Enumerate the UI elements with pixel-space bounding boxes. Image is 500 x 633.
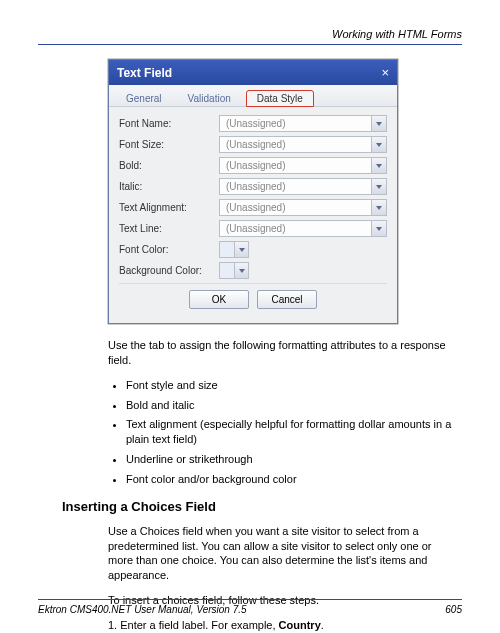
font-size-label: Font Size: xyxy=(119,139,219,150)
italic-select[interactable]: (Unassigned) xyxy=(219,178,387,195)
bg-color-picker[interactable] xyxy=(219,262,249,279)
step-1: 1. Enter a field label. For example, Cou… xyxy=(108,618,452,633)
dialog-titlebar: Text Field × xyxy=(109,60,397,85)
list-item: Font color and/or background color xyxy=(126,472,452,487)
dialog-button-row: OK Cancel xyxy=(119,283,387,317)
text-line-label: Text Line: xyxy=(119,223,219,234)
font-size-select[interactable]: (Unassigned) xyxy=(219,136,387,153)
footer-rule xyxy=(38,599,462,600)
header-rule xyxy=(38,44,462,45)
color-swatch xyxy=(220,242,235,257)
font-name-value: (Unassigned) xyxy=(226,118,285,129)
chevron-down-icon[interactable] xyxy=(371,179,386,194)
step-bold: Country xyxy=(279,619,321,631)
chevron-down-icon[interactable] xyxy=(371,200,386,215)
footer-manual: Ektron CMS400.NET User Manual, Version 7… xyxy=(38,604,247,615)
tab-data-style[interactable]: Data Style xyxy=(246,90,314,107)
list-item: Font style and size xyxy=(126,378,452,393)
chevron-down-icon[interactable] xyxy=(235,242,248,257)
bold-select[interactable]: (Unassigned) xyxy=(219,157,387,174)
chevron-down-icon[interactable] xyxy=(371,158,386,173)
font-size-value: (Unassigned) xyxy=(226,139,285,150)
section-paragraph: Use a Choices field when you want a site… xyxy=(108,524,452,583)
bold-value: (Unassigned) xyxy=(226,160,285,171)
intro-paragraph: Use the tab to assign the following form… xyxy=(108,338,452,368)
ok-button[interactable]: OK xyxy=(189,290,249,309)
close-icon[interactable]: × xyxy=(381,65,389,80)
font-name-label: Font Name: xyxy=(119,118,219,129)
footer-page: 605 xyxy=(445,604,462,615)
chevron-down-icon[interactable] xyxy=(371,116,386,131)
step-text: 1. Enter a field label. For example, xyxy=(108,619,279,631)
font-name-select[interactable]: (Unassigned) xyxy=(219,115,387,132)
step-suffix: . xyxy=(321,619,324,631)
dialog-body: Font Name: (Unassigned) Font Size: (Unas… xyxy=(109,107,397,323)
cancel-button[interactable]: Cancel xyxy=(257,290,317,309)
color-swatch xyxy=(220,263,235,278)
text-line-select[interactable]: (Unassigned) xyxy=(219,220,387,237)
text-alignment-select[interactable]: (Unassigned) xyxy=(219,199,387,216)
attribute-list: Font style and size Bold and italic Text… xyxy=(126,378,452,487)
page-footer: Ektron CMS400.NET User Manual, Version 7… xyxy=(38,599,462,615)
list-item: Bold and italic xyxy=(126,398,452,413)
chevron-down-icon[interactable] xyxy=(371,221,386,236)
bold-label: Bold: xyxy=(119,160,219,171)
tab-validation[interactable]: Validation xyxy=(177,90,242,107)
text-alignment-label: Text Alignment: xyxy=(119,202,219,213)
text-alignment-value: (Unassigned) xyxy=(226,202,285,213)
section-heading: Inserting a Choices Field xyxy=(62,499,462,514)
italic-value: (Unassigned) xyxy=(226,181,285,192)
font-color-picker[interactable] xyxy=(219,241,249,258)
dialog-title: Text Field xyxy=(117,66,172,80)
text-line-value: (Unassigned) xyxy=(226,223,285,234)
bg-color-label: Background Color: xyxy=(119,265,219,276)
font-color-label: Font Color: xyxy=(119,244,219,255)
dialog-tabs: General Validation Data Style xyxy=(109,85,397,107)
chevron-down-icon[interactable] xyxy=(235,263,248,278)
text-field-dialog: Text Field × General Validation Data Sty… xyxy=(108,59,398,324)
tab-general[interactable]: General xyxy=(115,90,173,107)
italic-label: Italic: xyxy=(119,181,219,192)
list-item: Text alignment (especially helpful for f… xyxy=(126,417,452,447)
chevron-down-icon[interactable] xyxy=(371,137,386,152)
list-item: Underline or strikethrough xyxy=(126,452,452,467)
chapter-title: Working with HTML Forms xyxy=(38,28,462,40)
